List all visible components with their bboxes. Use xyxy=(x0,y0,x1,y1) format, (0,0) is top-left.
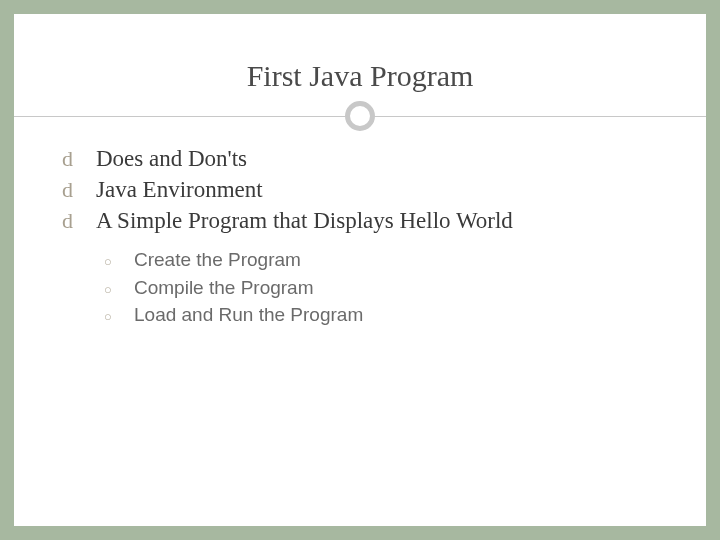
sub-list-item: ○ Create the Program xyxy=(104,246,666,274)
sub-list-item-text: Load and Run the Program xyxy=(134,301,363,329)
sub-list-item-text: Compile the Program xyxy=(134,274,314,302)
sub-list-item-text: Create the Program xyxy=(134,246,301,274)
sub-list-item: ○ Compile the Program xyxy=(104,274,666,302)
list-item-text: Does and Don'ts xyxy=(96,143,247,174)
list-item-text: A Simple Program that Displays Hello Wor… xyxy=(96,205,513,236)
sub-list-item: ○ Load and Run the Program xyxy=(104,301,666,329)
sub-list: ○ Create the Program ○ Compile the Progr… xyxy=(54,246,666,329)
list-item: d Java Environment xyxy=(62,174,666,205)
ring-bullet-icon: ○ xyxy=(104,281,118,300)
list-item: d Does and Don'ts xyxy=(62,143,666,174)
divider-circle-icon xyxy=(345,101,375,131)
list-item: d A Simple Program that Displays Hello W… xyxy=(62,205,666,236)
main-list: d Does and Don'ts d Java Environment d A… xyxy=(54,143,666,236)
list-item-text: Java Environment xyxy=(96,174,263,205)
bullet-icon: d xyxy=(62,144,82,174)
slide: First Java Program d Does and Don'ts d J… xyxy=(14,14,706,526)
slide-title: First Java Program xyxy=(54,59,666,93)
bullet-icon: d xyxy=(62,175,82,205)
bullet-icon: d xyxy=(62,206,82,236)
ring-bullet-icon: ○ xyxy=(104,308,118,327)
title-divider xyxy=(54,101,666,131)
ring-bullet-icon: ○ xyxy=(104,253,118,272)
